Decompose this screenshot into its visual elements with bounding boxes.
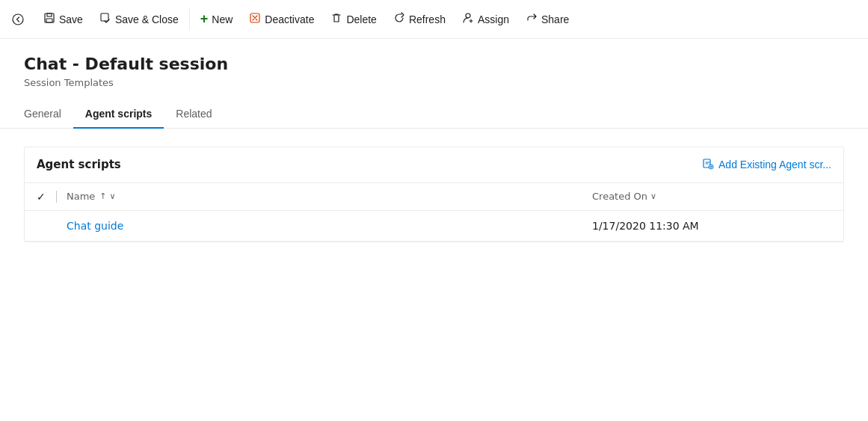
nav-back-button[interactable]: [6, 7, 30, 31]
new-label: New: [212, 13, 233, 25]
toolbar: Save Save & Close + New Deactivate Delet…: [0, 0, 868, 39]
row-created-on: 1/17/2020 11:30 AM: [592, 220, 831, 232]
share-button[interactable]: Share: [518, 7, 576, 31]
assign-icon: [462, 12, 474, 27]
save-button[interactable]: Save: [36, 7, 90, 31]
refresh-icon: [393, 12, 405, 27]
svg-rect-4: [101, 13, 108, 21]
refresh-label: Refresh: [409, 13, 446, 25]
save-label: Save: [59, 13, 83, 25]
delete-label: Delete: [346, 13, 376, 25]
add-existing-button[interactable]: Add Existing Agent scr...: [702, 158, 831, 172]
tab-agent-scripts[interactable]: Agent scripts: [73, 100, 164, 129]
svg-rect-2: [47, 13, 52, 16]
created-column-header[interactable]: Created On ∨: [592, 191, 831, 202]
col-divider: [56, 191, 57, 203]
created-sort-icon: ∨: [650, 191, 656, 201]
svg-point-0: [13, 14, 23, 25]
refresh-button[interactable]: Refresh: [386, 7, 453, 31]
content-area: Agent scripts Add Existing Agent scr... …: [0, 129, 868, 260]
save-close-button[interactable]: Save & Close: [92, 7, 186, 31]
created-column-label: Created On: [592, 191, 647, 202]
toolbar-divider-1: [189, 9, 190, 30]
add-existing-icon: [702, 158, 714, 172]
tab-related[interactable]: Related: [164, 100, 224, 129]
checkmark-icon: ✓: [37, 191, 46, 203]
deactivate-label: Deactivate: [265, 13, 314, 25]
sort-down-icon[interactable]: ∨: [110, 191, 116, 201]
save-icon: [43, 12, 55, 27]
name-column-label: Name: [67, 191, 95, 202]
save-close-label: Save & Close: [115, 13, 179, 25]
new-button[interactable]: + New: [193, 7, 241, 31]
check-column-header: ✓: [37, 191, 67, 203]
delete-icon: [330, 12, 342, 27]
add-existing-label: Add Existing Agent scr...: [718, 159, 831, 170]
save-close-icon: [99, 12, 111, 27]
assign-label: Assign: [478, 13, 509, 25]
share-icon: [526, 12, 538, 27]
svg-point-6: [466, 13, 470, 18]
page-title: Chat - Default session: [24, 54, 844, 76]
row-name-link[interactable]: Chat guide: [67, 220, 592, 232]
svg-rect-3: [46, 19, 52, 22]
assign-button[interactable]: Assign: [455, 7, 517, 31]
agent-scripts-table: ✓ Name ↑ ∨ Created On ∨ Chat guide 1/17/…: [25, 183, 843, 242]
deactivate-button[interactable]: Deactivate: [241, 7, 321, 31]
tabs: General Agent scripts Related: [0, 100, 868, 129]
tab-general[interactable]: General: [24, 100, 73, 129]
page-subtitle: Session Templates: [24, 77, 844, 88]
page-header: Chat - Default session Session Templates: [0, 39, 868, 88]
table-row: Chat guide 1/17/2020 11:30 AM: [25, 211, 843, 242]
share-label: Share: [541, 13, 569, 25]
deactivate-icon: [249, 12, 261, 27]
table-header: ✓ Name ↑ ∨ Created On ∨: [25, 183, 843, 211]
section-header: Agent scripts Add Existing Agent scr...: [25, 147, 843, 183]
section-title: Agent scripts: [37, 158, 121, 171]
name-column-header[interactable]: Name ↑ ∨: [67, 191, 592, 202]
new-icon: +: [200, 11, 209, 27]
sort-up-icon[interactable]: ↑: [99, 191, 106, 201]
agent-scripts-card: Agent scripts Add Existing Agent scr... …: [24, 147, 844, 242]
delete-button[interactable]: Delete: [323, 7, 384, 31]
